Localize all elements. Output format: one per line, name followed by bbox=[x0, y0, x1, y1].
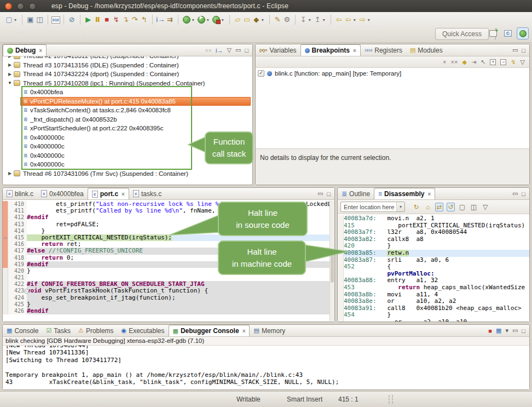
tree-collapse-icon[interactable]: ▼ bbox=[6, 81, 14, 85]
window-maximize-button[interactable] bbox=[29, 3, 36, 10]
disassembly-listing[interactable]: 40083a7d: movi.n a2, 1415 portEXIT_CRITI… bbox=[338, 214, 529, 322]
save-icon[interactable]: ▣ bbox=[26, 14, 35, 25]
sync-selection-icon[interactable]: ⇄ bbox=[435, 203, 443, 211]
editor-tab-blink-c[interactable]: cblink.c bbox=[3, 188, 37, 199]
tree-expand-icon[interactable]: ▶ bbox=[6, 62, 14, 67]
disassembly-line[interactable]: 40083a91: call8 0x40081b20 <heap_caps_ma… bbox=[338, 305, 529, 312]
follow-pc-icon[interactable]: ↺ bbox=[447, 203, 455, 211]
display-selected-console-button[interactable]: ▦ bbox=[496, 327, 501, 334]
new-cpp-project-icon[interactable]: ▱ bbox=[233, 14, 242, 25]
breakpoint-list-item[interactable]: blink.c [function: app_main] [type: Temp… bbox=[256, 68, 529, 79]
step-return-icon[interactable]: ↰ bbox=[140, 14, 149, 25]
location-dropdown-icon[interactable]: ▾ bbox=[396, 202, 404, 211]
quick-access-button[interactable]: Quick Access bbox=[435, 28, 489, 40]
step-over-icon[interactable]: ↷ bbox=[130, 14, 140, 25]
disassembly-line[interactable]: 453 return heap_caps_malloc(xWantedSize bbox=[338, 284, 529, 291]
location-combo[interactable]: Enter location here ▾ bbox=[340, 202, 405, 212]
tab-breakpoints[interactable]: Breakpoints× bbox=[300, 44, 361, 56]
window-minimize-button[interactable] bbox=[17, 3, 24, 10]
tab-modules[interactable]: ▤Modules bbox=[406, 44, 447, 56]
tab-debugger-console[interactable]: ▦Debugger Console× bbox=[169, 325, 250, 336]
tab-registers[interactable]: 1010Registers bbox=[361, 44, 406, 56]
code-line[interactable]: 414 } bbox=[3, 228, 334, 234]
code-line[interactable]: →415 portEXIT_CRITICAL_NESTED(irqStatus)… bbox=[3, 234, 334, 241]
tree-expand-icon[interactable]: ▶ bbox=[6, 56, 14, 59]
disassembly-line[interactable]: 40083a8e: or a10, a2, a2 bbox=[338, 298, 529, 305]
disassembly-line[interactable]: 40083a88: entry a1, 32 bbox=[338, 277, 529, 284]
minimize-button[interactable]: ▭ bbox=[235, 47, 241, 54]
tab-console[interactable]: ▦Console bbox=[3, 325, 42, 336]
stack-frame-row[interactable]: ≡_frxt_dispatch() at 0x4008532b bbox=[3, 115, 252, 124]
pin-view-icon[interactable]: ◫ bbox=[470, 203, 478, 211]
show-breakpoint-types-icon[interactable]: ◆ bbox=[462, 59, 466, 66]
mark-occurrences-icon[interactable]: ✎ bbox=[273, 14, 282, 25]
suspend-icon[interactable]: Ⅱ bbox=[93, 14, 102, 25]
editor-tab-0x4000bfea[interactable]: c0x4000bfea bbox=[37, 188, 88, 199]
tab-variables[interactable]: (x)=Variables bbox=[256, 44, 300, 56]
stack-frame-row[interactable]: ≡xPortStartScheduler() at port.c:222 0x4… bbox=[3, 124, 252, 133]
stack-frame-row[interactable]: ≡0x4000000c bbox=[3, 151, 252, 160]
console-output[interactable]: [New Thread 1073408744] [New Thread 1073… bbox=[3, 346, 529, 389]
instruction-stepping-icon[interactable]: i→ bbox=[156, 14, 165, 25]
code-line[interactable]: 420} bbox=[3, 268, 334, 274]
minimize-button[interactable]: ▭ bbox=[512, 47, 518, 54]
minimize-button[interactable]: ▭ bbox=[317, 190, 323, 197]
binary-view-icon[interactable]: 010 bbox=[51, 16, 60, 24]
thread-row[interactable]: ▶Thread #3 1073413156 (IDLE) (Suspended … bbox=[3, 61, 252, 70]
search-icon-dropdown[interactable]: ▾ bbox=[262, 18, 264, 22]
tree-expand-icon[interactable]: ▶ bbox=[6, 72, 14, 77]
code-line[interactable]: 422#if CONFIG_FREERTOS_BREAK_ON_SCHEDULE… bbox=[3, 281, 334, 288]
stack-frame-row[interactable]: ≡0x4000000c bbox=[3, 142, 252, 151]
disassembly-line[interactable]: 40083a7f: l32r a8, 0x40080544 bbox=[338, 229, 529, 236]
expand-all-icon[interactable]: + bbox=[490, 59, 496, 65]
run-dropdown-icon-dropdown[interactable]: ▾ bbox=[207, 18, 209, 22]
external-tools-dropdown-icon[interactable] bbox=[212, 16, 220, 24]
tab-outline[interactable]: ≣Outline bbox=[338, 188, 374, 199]
tab-debug[interactable]: Debug× bbox=[3, 44, 47, 56]
editor-tab-port-c[interactable]: cport.c× bbox=[88, 188, 129, 199]
maximize-button[interactable]: □ bbox=[522, 191, 525, 197]
code-line[interactable]: 421 bbox=[3, 274, 334, 281]
previous-annotation-icon-dropdown[interactable]: ▾ bbox=[323, 18, 325, 22]
save-all-icon[interactable]: ◫ bbox=[35, 14, 44, 25]
disassembly-line[interactable]: 415 portEXIT_CRITICAL_NESTED(irqStatus) bbox=[338, 222, 529, 230]
code-line[interactable]: 412#endif bbox=[3, 214, 334, 221]
back-icon[interactable]: ⇦ bbox=[344, 14, 353, 25]
disassembly-line[interactable]: 40083a82: callx8 a8 bbox=[338, 236, 529, 243]
disconnect-icon[interactable]: ↯ bbox=[112, 14, 121, 25]
disassembly-line[interactable]: or a2, a10, a10 bbox=[338, 319, 529, 322]
code-line[interactable]: 423−void vPortFirstTaskHook(TaskFunction… bbox=[3, 288, 334, 294]
code-line[interactable]: 426#endif bbox=[3, 308, 334, 314]
tab-close-icon[interactable]: × bbox=[122, 191, 125, 197]
go-to-file-icon[interactable]: ⇥ bbox=[471, 59, 476, 66]
tab-close-icon[interactable]: × bbox=[353, 48, 356, 54]
maximize-button[interactable]: □ bbox=[327, 191, 331, 197]
open-element-icon[interactable]: ▭ bbox=[242, 14, 252, 25]
maximize-button[interactable]: □ bbox=[245, 47, 248, 54]
remove-all-breakpoints-icon[interactable]: ×× bbox=[451, 59, 458, 65]
tab-close-icon[interactable]: × bbox=[39, 48, 42, 54]
show-stepping-filters-icon[interactable]: ⇉ bbox=[165, 14, 175, 25]
resume-icon[interactable]: ▶ bbox=[84, 14, 93, 25]
disassembly-line[interactable]: 40083a8b: movi a11, 4 bbox=[338, 291, 529, 299]
view-menu[interactable]: ▽ bbox=[481, 203, 489, 211]
tab-problems[interactable]: ⚠Problems bbox=[74, 325, 118, 336]
debug-dropdown-icon-dropdown[interactable]: ▾ bbox=[192, 18, 194, 22]
code-line[interactable]: 417#else //!CONFIG_FREERTOS_UNICORE bbox=[3, 248, 334, 254]
step-into-icon[interactable]: ↴ bbox=[121, 14, 130, 25]
tab-close-icon[interactable]: × bbox=[428, 191, 431, 197]
stack-frame-row[interactable]: ≡0x4000000c bbox=[3, 133, 252, 142]
code-line[interactable]: 413 ret=pdFALSE; bbox=[3, 221, 334, 228]
cpp-perspective-icon[interactable]: C bbox=[502, 27, 514, 39]
stack-frame-row[interactable]: ≡0x4000000c bbox=[3, 160, 252, 169]
thread-row[interactable]: ▶Thread #6 1073431096 (Tmr Svc) (Suspend… bbox=[3, 169, 252, 179]
stack-frame-row[interactable]: ≡0x4000bfea bbox=[3, 88, 252, 97]
disassembly-line[interactable]: 40083a7d: movi.n a2, 1 bbox=[338, 215, 529, 222]
debug-tree[interactable]: ▶Thread #2 1073413312 (IDLE) (Suspended … bbox=[3, 56, 252, 185]
disassembly-line[interactable]: 454 } bbox=[338, 312, 529, 319]
open-new-view-icon[interactable]: ▢ bbox=[458, 203, 466, 211]
collapse-all-icon[interactable]: − bbox=[500, 59, 506, 65]
last-edit-location-icon[interactable]: ⇦ bbox=[334, 14, 344, 25]
home-icon[interactable]: ⌂ bbox=[424, 203, 432, 211]
stack-frame-row[interactable]: ≡vPortCPUReleaseMutex() at port.c:415 0x… bbox=[3, 97, 252, 106]
